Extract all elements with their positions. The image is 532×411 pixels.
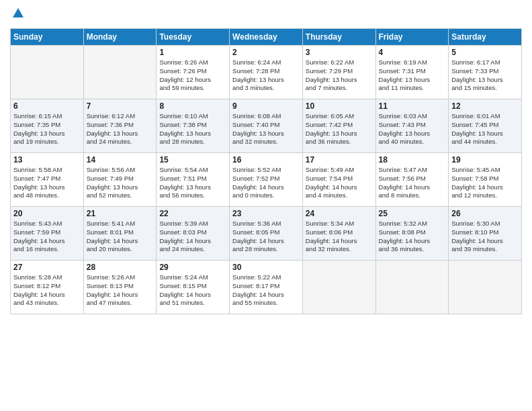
cell-details: Sunrise: 6:26 AM Sunset: 7:26 PM Dayligh… bbox=[159, 58, 226, 93]
calendar-cell: 20Sunrise: 5:43 AM Sunset: 7:59 PM Dayli… bbox=[11, 207, 84, 261]
calendar: SundayMondayTuesdayWednesdayThursdayFrid… bbox=[10, 28, 522, 314]
weekday-header: Friday bbox=[375, 29, 449, 46]
cell-details: Sunrise: 5:41 AM Sunset: 8:01 PM Dayligh… bbox=[87, 220, 154, 254]
cell-details: Sunrise: 5:26 AM Sunset: 8:13 PM Dayligh… bbox=[87, 273, 154, 308]
calendar-cell: 1Sunrise: 6:26 AM Sunset: 7:26 PM Daylig… bbox=[157, 46, 230, 99]
calendar-cell: 23Sunrise: 5:36 AM Sunset: 8:05 PM Dayli… bbox=[230, 207, 303, 261]
calendar-cell: 10Sunrise: 6:05 AM Sunset: 7:42 PM Dayli… bbox=[302, 99, 375, 153]
day-number: 2 bbox=[232, 48, 300, 57]
cell-details: Sunrise: 6:22 AM Sunset: 7:29 PM Dayligh… bbox=[306, 58, 373, 93]
calendar-row: 20Sunrise: 5:43 AM Sunset: 7:59 PM Dayli… bbox=[11, 207, 522, 261]
calendar-cell: 13Sunrise: 5:58 AM Sunset: 7:47 PM Dayli… bbox=[11, 153, 84, 207]
calendar-cell: 12Sunrise: 6:01 AM Sunset: 7:45 PM Dayli… bbox=[449, 99, 522, 153]
cell-details: Sunrise: 5:28 AM Sunset: 8:12 PM Dayligh… bbox=[13, 273, 81, 308]
day-number: 30 bbox=[232, 263, 300, 272]
calendar-cell bbox=[11, 46, 84, 99]
cell-details: Sunrise: 5:36 AM Sunset: 8:05 PM Dayligh… bbox=[232, 220, 300, 254]
day-number: 21 bbox=[87, 209, 154, 218]
day-number: 7 bbox=[87, 101, 154, 111]
calendar-cell: 30Sunrise: 5:22 AM Sunset: 8:17 PM Dayli… bbox=[230, 261, 303, 314]
day-number: 17 bbox=[306, 155, 373, 165]
cell-details: Sunrise: 6:08 AM Sunset: 7:40 PM Dayligh… bbox=[232, 112, 300, 146]
cell-details: Sunrise: 6:17 AM Sunset: 7:33 PM Dayligh… bbox=[451, 58, 519, 93]
cell-details: Sunrise: 5:45 AM Sunset: 7:58 PM Dayligh… bbox=[451, 166, 519, 200]
day-number: 15 bbox=[159, 155, 226, 165]
day-number: 4 bbox=[379, 48, 446, 57]
weekday-header: Sunday bbox=[11, 29, 84, 46]
day-number: 26 bbox=[451, 209, 519, 218]
calendar-cell: 15Sunrise: 5:54 AM Sunset: 7:51 PM Dayli… bbox=[157, 153, 230, 207]
cell-details: Sunrise: 5:52 AM Sunset: 7:52 PM Dayligh… bbox=[232, 166, 300, 200]
day-number: 12 bbox=[451, 101, 519, 111]
cell-details: Sunrise: 5:49 AM Sunset: 7:54 PM Dayligh… bbox=[306, 166, 373, 200]
cell-details: Sunrise: 6:05 AM Sunset: 7:42 PM Dayligh… bbox=[306, 112, 373, 146]
calendar-row: 1Sunrise: 6:26 AM Sunset: 7:26 PM Daylig… bbox=[11, 46, 522, 99]
cell-details: Sunrise: 5:30 AM Sunset: 8:10 PM Dayligh… bbox=[451, 220, 519, 254]
day-number: 29 bbox=[159, 263, 226, 272]
calendar-cell bbox=[449, 261, 522, 314]
cell-details: Sunrise: 6:12 AM Sunset: 7:36 PM Dayligh… bbox=[87, 112, 154, 146]
day-number: 3 bbox=[306, 48, 373, 57]
day-number: 18 bbox=[379, 155, 446, 165]
day-number: 27 bbox=[13, 263, 81, 272]
cell-details: Sunrise: 5:24 AM Sunset: 8:15 PM Dayligh… bbox=[159, 273, 226, 308]
svg-marker-0 bbox=[13, 8, 24, 17]
day-number: 22 bbox=[159, 209, 226, 218]
calendar-cell bbox=[375, 261, 449, 314]
day-number: 16 bbox=[232, 155, 300, 165]
weekday-header: Thursday bbox=[302, 29, 375, 46]
calendar-cell: 17Sunrise: 5:49 AM Sunset: 7:54 PM Dayli… bbox=[302, 153, 375, 207]
calendar-cell bbox=[302, 261, 375, 314]
calendar-cell: 2Sunrise: 6:24 AM Sunset: 7:28 PM Daylig… bbox=[230, 46, 303, 99]
calendar-cell: 6Sunrise: 6:15 AM Sunset: 7:35 PM Daylig… bbox=[11, 99, 84, 153]
cell-details: Sunrise: 6:03 AM Sunset: 7:43 PM Dayligh… bbox=[379, 112, 446, 146]
day-number: 11 bbox=[379, 101, 446, 111]
calendar-cell: 16Sunrise: 5:52 AM Sunset: 7:52 PM Dayli… bbox=[230, 153, 303, 207]
calendar-cell: 5Sunrise: 6:17 AM Sunset: 7:33 PM Daylig… bbox=[449, 46, 522, 99]
cell-details: Sunrise: 5:56 AM Sunset: 7:49 PM Dayligh… bbox=[87, 166, 154, 200]
calendar-cell: 19Sunrise: 5:45 AM Sunset: 7:58 PM Dayli… bbox=[449, 153, 522, 207]
calendar-cell bbox=[83, 46, 157, 99]
calendar-cell: 24Sunrise: 5:34 AM Sunset: 8:06 PM Dayli… bbox=[302, 207, 375, 261]
cell-details: Sunrise: 5:43 AM Sunset: 7:59 PM Dayligh… bbox=[13, 220, 81, 254]
day-number: 6 bbox=[13, 101, 81, 111]
weekday-header: Wednesday bbox=[230, 29, 303, 46]
calendar-header-row: SundayMondayTuesdayWednesdayThursdayFrid… bbox=[11, 29, 522, 46]
cell-details: Sunrise: 5:32 AM Sunset: 8:08 PM Dayligh… bbox=[379, 220, 446, 254]
weekday-header: Tuesday bbox=[157, 29, 230, 46]
calendar-cell: 11Sunrise: 6:03 AM Sunset: 7:43 PM Dayli… bbox=[375, 99, 449, 153]
calendar-cell: 3Sunrise: 6:22 AM Sunset: 7:29 PM Daylig… bbox=[302, 46, 375, 99]
calendar-cell: 18Sunrise: 5:47 AM Sunset: 7:56 PM Dayli… bbox=[375, 153, 449, 207]
logo-icon bbox=[11, 7, 25, 20]
page-header bbox=[10, 7, 522, 23]
weekday-header: Monday bbox=[83, 29, 157, 46]
calendar-cell: 4Sunrise: 6:19 AM Sunset: 7:31 PM Daylig… bbox=[375, 46, 449, 99]
calendar-cell: 22Sunrise: 5:39 AM Sunset: 8:03 PM Dayli… bbox=[157, 207, 230, 261]
calendar-cell: 21Sunrise: 5:41 AM Sunset: 8:01 PM Dayli… bbox=[83, 207, 157, 261]
day-number: 9 bbox=[232, 101, 300, 111]
cell-details: Sunrise: 6:19 AM Sunset: 7:31 PM Dayligh… bbox=[379, 58, 446, 93]
day-number: 19 bbox=[451, 155, 519, 165]
day-number: 8 bbox=[159, 101, 226, 111]
day-number: 14 bbox=[87, 155, 154, 165]
day-number: 5 bbox=[451, 48, 519, 57]
calendar-cell: 26Sunrise: 5:30 AM Sunset: 8:10 PM Dayli… bbox=[449, 207, 522, 261]
calendar-cell: 8Sunrise: 6:10 AM Sunset: 7:38 PM Daylig… bbox=[157, 99, 230, 153]
calendar-body: 1Sunrise: 6:26 AM Sunset: 7:26 PM Daylig… bbox=[11, 46, 522, 314]
cell-details: Sunrise: 5:47 AM Sunset: 7:56 PM Dayligh… bbox=[379, 166, 446, 200]
day-number: 25 bbox=[379, 209, 446, 218]
cell-details: Sunrise: 6:15 AM Sunset: 7:35 PM Dayligh… bbox=[13, 112, 81, 146]
day-number: 23 bbox=[232, 209, 300, 218]
calendar-cell: 9Sunrise: 6:08 AM Sunset: 7:40 PM Daylig… bbox=[230, 99, 303, 153]
day-number: 10 bbox=[306, 101, 373, 111]
calendar-row: 13Sunrise: 5:58 AM Sunset: 7:47 PM Dayli… bbox=[11, 153, 522, 207]
cell-details: Sunrise: 6:24 AM Sunset: 7:28 PM Dayligh… bbox=[232, 58, 300, 93]
cell-details: Sunrise: 5:58 AM Sunset: 7:47 PM Dayligh… bbox=[13, 166, 81, 200]
day-number: 28 bbox=[87, 263, 154, 272]
day-number: 20 bbox=[13, 209, 81, 218]
cell-details: Sunrise: 5:54 AM Sunset: 7:51 PM Dayligh… bbox=[159, 166, 226, 200]
cell-details: Sunrise: 5:39 AM Sunset: 8:03 PM Dayligh… bbox=[159, 220, 226, 254]
day-number: 24 bbox=[306, 209, 373, 218]
cell-details: Sunrise: 6:01 AM Sunset: 7:45 PM Dayligh… bbox=[451, 112, 519, 146]
calendar-cell: 14Sunrise: 5:56 AM Sunset: 7:49 PM Dayli… bbox=[83, 153, 157, 207]
